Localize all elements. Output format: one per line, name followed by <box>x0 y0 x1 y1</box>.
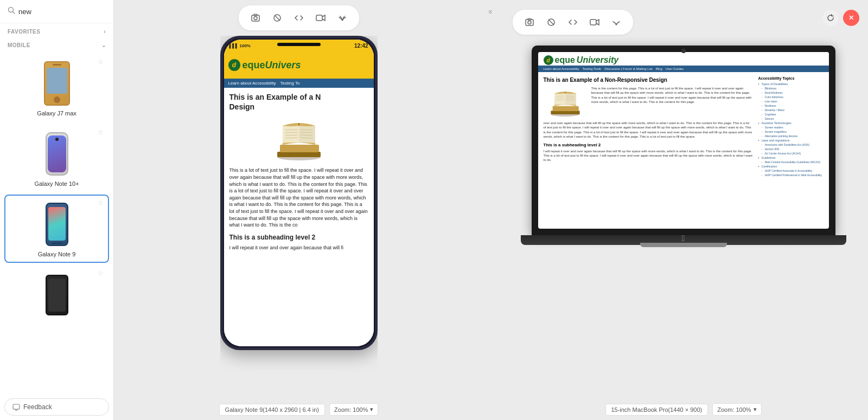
article-body: This is a lot of text just to fill the s… <box>229 167 368 228</box>
feedback-label: Feedback <box>23 403 52 411</box>
device-item-galaxy-j7-max[interactable]: ☆ Galaxy J7 max <box>4 54 109 122</box>
sidebar-item: IAAP Certified Professional in Web Acces… <box>758 173 824 177</box>
sidebar-item: IAAP Certified Associate in Accessibilit… <box>758 169 824 172</box>
deque-site-logo: d equeUniversity <box>544 55 824 65</box>
svg-rect-26 <box>590 20 596 25</box>
mobile-section-header: MOBILE ⌄ <box>0 37 113 50</box>
right-panel-header: ✕ <box>499 5 868 35</box>
search-bar[interactable] <box>0 0 113 23</box>
site-main-heading: This is an Example of a Non-Responsive D… <box>544 76 753 83</box>
nav-accessibility[interactable]: Learn about Accessibility <box>228 81 276 86</box>
screenshot-button[interactable] <box>246 9 265 27</box>
nav-item-guides[interactable]: User Guides <box>666 67 684 70</box>
svg-rect-30 <box>552 106 578 111</box>
refresh-button[interactable] <box>822 10 839 26</box>
right-video-button[interactable] <box>585 13 604 31</box>
sidebar-item: Certification <box>758 165 824 168</box>
device-image-note10 <box>38 130 76 178</box>
sidebar-title: Accessibility Topics <box>758 76 824 80</box>
phone-frame-inner: ▌▌▌ 100% 12:42 d equeUnivers <box>224 40 374 346</box>
device-name-note9: Galaxy Note 9 <box>38 251 76 257</box>
favorites-label: FAVORITES <box>8 29 40 35</box>
deque-site-header: d equeUniversity <box>538 52 829 66</box>
favorites-chevron-icon[interactable]: › <box>104 29 106 35</box>
nav-item-discussion[interactable]: Discussion | Forum & Mailing List <box>604 67 653 70</box>
deque-header-mobile: d equeUnivers <box>224 51 374 79</box>
phone-j7-mockup <box>44 61 70 106</box>
no-screenshot-button[interactable] <box>268 9 286 27</box>
sidebar-item: Web Content Accessibility Guidelines (WC… <box>758 160 824 164</box>
deque-site-body: This is an Example of a Non-Responsive D… <box>538 72 829 182</box>
main-area: ▌▌▌ 100% 12:42 d equeUnivers <box>114 0 868 420</box>
nav-item-accessibility[interactable]: Learn about Accessibility <box>544 67 579 70</box>
device-image-note9 <box>38 200 76 249</box>
favorites-section-header: FAVORITES › <box>0 23 113 37</box>
device-item-dark[interactable]: ☆ <box>4 265 109 325</box>
star-icon[interactable]: ☆ <box>98 199 104 206</box>
svg-rect-11 <box>277 152 321 157</box>
search-input[interactable] <box>18 8 106 16</box>
close-button[interactable]: ✕ <box>843 10 859 26</box>
svg-rect-3 <box>252 15 259 21</box>
svg-rect-21 <box>526 20 533 25</box>
sidebar-item: Section 508 <box>758 147 824 151</box>
sidebar-item: Blindness <box>758 87 824 90</box>
sidebar-item: Alternative pointing devices <box>758 134 824 138</box>
phone-note9-mockup <box>46 203 68 246</box>
right-embed-button[interactable] <box>564 13 582 31</box>
sidebar-item: Americans with Disabilities Act (ADA) <box>758 143 824 146</box>
device-image-j7 <box>38 59 76 108</box>
svg-rect-12 <box>280 145 319 152</box>
nav-item-blog[interactable]: Blog <box>656 67 662 70</box>
phone-status-bar: ▌▌▌ 100% 12:42 <box>224 40 374 51</box>
laptop-screen: d equeUniversity Learn about Accessibili… <box>532 46 835 235</box>
left-panel: ▌▌▌ 100% 12:42 d equeUnivers <box>114 0 483 420</box>
right-zoom-select[interactable]: Zoom: 100% ▾ <box>712 403 761 416</box>
site-body-text-2: over and over again because that will fi… <box>544 121 753 139</box>
phone-content[interactable]: d equeUnivers Learn about Accessibility … <box>224 51 374 346</box>
svg-line-1 <box>13 12 15 14</box>
right-no-screenshot-button[interactable] <box>542 13 560 31</box>
clock: 12:42 <box>354 43 368 49</box>
svg-point-4 <box>254 17 257 20</box>
laptop-screen-inner[interactable]: d equeUniversity Learn about Accessibili… <box>538 52 829 229</box>
nav-testing[interactable]: Testing To <box>280 81 300 86</box>
sidebar-item: Deafness <box>758 104 824 107</box>
star-icon[interactable]: ☆ <box>98 269 104 277</box>
deque-logo-mobile: equeUnivers <box>242 60 301 71</box>
mobile-chevron-icon[interactable]: ⌄ <box>101 42 106 48</box>
star-icon[interactable]: ☆ <box>98 128 104 136</box>
video-button[interactable] <box>311 9 330 27</box>
right-device-label: 15-inch MacBook Pro(1440 × 900) <box>605 404 708 416</box>
feedback-button[interactable]: Feedback <box>4 398 109 416</box>
phone-article: This is an Example of a NDesign <box>224 88 374 257</box>
embed-button[interactable] <box>290 9 308 27</box>
device-item-galaxy-note-9[interactable]: ☆ Galaxy Note 9 <box>4 195 109 263</box>
deque-site-main: This is an Example of a Non-Responsive D… <box>544 76 753 178</box>
nav-item-testing[interactable]: Testing Tools <box>583 67 602 70</box>
article-body-2: I will repeat it over and over again bec… <box>229 244 368 251</box>
sidebar-item: Dexterity / Motor <box>758 108 824 112</box>
article-heading: This is an Example of a NDesign <box>229 92 368 112</box>
star-icon[interactable]: ☆ <box>98 58 104 66</box>
sidebar-item: Assistive Technologies <box>758 121 824 125</box>
panel-divider[interactable]: » <box>483 0 499 420</box>
right-screenshot-button[interactable] <box>520 13 539 31</box>
sidebar: FAVORITES › MOBILE ⌄ ☆ Galaxy J7 max ☆ <box>0 0 114 420</box>
sidebar-items-list: Types of Disabilities Blindness Deaf-bli… <box>758 82 824 177</box>
book-illustration-laptop <box>544 86 587 119</box>
left-zoom-select[interactable]: Zoom: 100% ▾ <box>329 403 378 416</box>
sidebar-item: Screen magnifiers <box>758 130 824 133</box>
svg-line-7 <box>275 15 280 21</box>
right-toolbar <box>513 10 633 35</box>
laptop-base:  <box>521 235 846 245</box>
device-item-galaxy-note-10-plus[interactable]: ☆ Galaxy Note 10+ <box>4 124 109 192</box>
right-network-button[interactable] <box>607 13 626 31</box>
network-button[interactable] <box>333 9 352 27</box>
device-list: ☆ Galaxy J7 max ☆ Galaxy Note 10+ ☆ <box>0 50 113 394</box>
book-illustration-mobile <box>269 115 329 164</box>
sidebar-item: Air Carrier Access Act (ACAA) <box>758 152 824 155</box>
left-panel-bottom: Galaxy Note 9(1440 x 2960 | 6.4 in) Zoom… <box>219 403 379 416</box>
svg-rect-2 <box>13 404 20 409</box>
svg-point-9 <box>341 20 343 21</box>
